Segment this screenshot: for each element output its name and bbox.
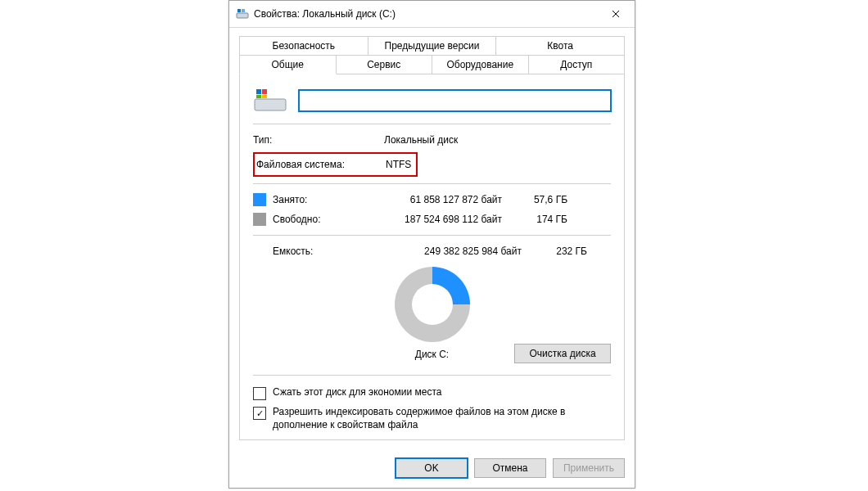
disk-cleanup-button[interactable]: Очистка диска bbox=[514, 344, 611, 363]
svg-rect-2 bbox=[242, 9, 245, 12]
usage-donut bbox=[395, 267, 470, 342]
value-capacity-bytes: 249 382 825 984 байт bbox=[391, 246, 522, 257]
tab-security[interactable]: Безопасность bbox=[239, 36, 368, 56]
value-type: Локальный диск bbox=[384, 134, 458, 146]
tab-tools[interactable]: Сервис bbox=[336, 55, 433, 74]
tab-previous-versions[interactable]: Предыдущие версии bbox=[368, 36, 497, 56]
apply-button[interactable]: Применить bbox=[553, 458, 625, 478]
value-filesystem: NTFS bbox=[386, 159, 411, 170]
swatch-free bbox=[253, 213, 266, 226]
svg-rect-7 bbox=[262, 95, 267, 98]
checkbox-compress-row[interactable]: Сжать этот диск для экономии места bbox=[253, 385, 611, 400]
checkbox-index[interactable] bbox=[253, 407, 266, 420]
tab-panel-general: Тип: Локальный диск Файловая система: NT… bbox=[239, 74, 625, 440]
value-free-bytes: 187 524 698 112 байт bbox=[371, 214, 502, 225]
titlebar[interactable]: Свойства: Локальный диск (C:) bbox=[229, 1, 635, 28]
dialog-footer: OK Отмена Применить bbox=[229, 450, 635, 488]
separator bbox=[253, 124, 611, 124]
label-free: Свободно: bbox=[273, 214, 371, 225]
label-index: Разрешить индексировать содержимое файло… bbox=[273, 405, 611, 431]
value-used-human: 57,6 ГБ bbox=[510, 194, 567, 205]
tab-hardware[interactable]: Оборудование bbox=[432, 55, 529, 74]
svg-rect-4 bbox=[256, 89, 261, 94]
swatch-used bbox=[253, 193, 266, 206]
tab-general[interactable]: Общие bbox=[239, 55, 337, 74]
tab-strip: Безопасность Предыдущие версии Квота Общ… bbox=[239, 36, 625, 74]
svg-rect-1 bbox=[237, 9, 241, 12]
label-used: Занято: bbox=[273, 194, 371, 205]
donut-chart-icon bbox=[395, 267, 470, 342]
tab-sharing[interactable]: Доступ bbox=[528, 55, 626, 74]
row-type: Тип: Локальный диск bbox=[253, 131, 611, 149]
value-free-human: 174 ГБ bbox=[510, 214, 567, 225]
separator bbox=[253, 183, 611, 184]
drive-large-icon bbox=[253, 86, 287, 115]
label-filesystem: Файловая система: bbox=[256, 159, 386, 170]
label-type: Тип: bbox=[253, 134, 384, 146]
row-free: Свободно: 187 524 698 112 байт 174 ГБ bbox=[253, 210, 611, 228]
separator bbox=[253, 235, 611, 236]
row-used: Занято: 61 858 127 872 байт 57,6 ГБ bbox=[253, 191, 611, 209]
properties-dialog: Свойства: Локальный диск (C:) Безопаснос… bbox=[228, 0, 635, 489]
svg-rect-3 bbox=[255, 99, 286, 110]
row-capacity: Емкость: 249 382 825 984 байт 232 ГБ bbox=[253, 242, 611, 260]
value-used-bytes: 61 858 127 872 байт bbox=[371, 194, 502, 205]
label-compress: Сжать этот диск для экономии места bbox=[273, 385, 611, 399]
volume-label-input[interactable] bbox=[299, 90, 611, 111]
checkbox-index-row[interactable]: Разрешить индексировать содержимое файло… bbox=[253, 405, 611, 431]
ok-button[interactable]: OK bbox=[396, 458, 468, 478]
label-capacity: Емкость: bbox=[253, 246, 391, 257]
filesystem-highlight: Файловая система: NTFS bbox=[253, 152, 418, 177]
svg-rect-6 bbox=[256, 95, 261, 98]
separator bbox=[253, 375, 611, 376]
close-icon bbox=[612, 10, 620, 18]
close-button[interactable] bbox=[597, 1, 635, 27]
tab-quota[interactable]: Квота bbox=[495, 36, 625, 56]
donut-caption: Диск C: bbox=[415, 349, 449, 360]
cancel-button[interactable]: Отмена bbox=[474, 458, 546, 478]
window-title: Свойства: Локальный диск (C:) bbox=[254, 8, 597, 20]
svg-rect-0 bbox=[237, 13, 248, 18]
drive-icon bbox=[236, 7, 249, 20]
checkbox-compress[interactable] bbox=[253, 387, 266, 400]
value-capacity-human: 232 ГБ bbox=[530, 246, 587, 257]
svg-rect-5 bbox=[262, 89, 267, 94]
